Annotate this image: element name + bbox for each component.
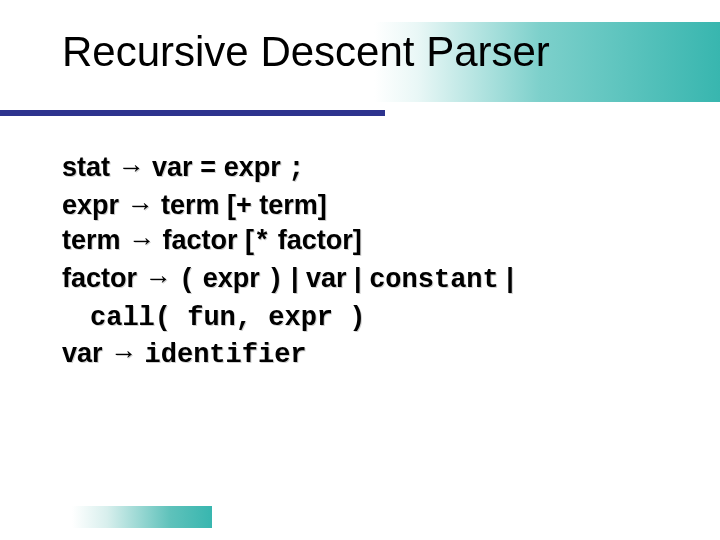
text: factor] xyxy=(270,225,362,255)
text: expr xyxy=(216,152,288,182)
text: expr xyxy=(195,263,267,293)
footer-accent xyxy=(72,506,212,528)
grammar-line-3: term → factor [* factor] xyxy=(62,223,662,261)
semicolon-token: ; xyxy=(288,154,304,184)
grammar-line-2: expr → term [+ term] xyxy=(62,188,662,224)
constant-token: constant xyxy=(369,265,499,295)
text: | xyxy=(499,263,514,293)
lparen-token: ( xyxy=(179,265,195,295)
text: factor → xyxy=(62,263,179,293)
grammar-line-5: call( fun, expr ) xyxy=(62,299,662,337)
grammar-block: stat → var = expr ; expr → term [+ term]… xyxy=(62,150,662,374)
grammar-line-4: factor → ( expr ) | var | constant | xyxy=(62,261,662,299)
star-token: * xyxy=(254,227,270,257)
text: term → factor [ xyxy=(62,225,254,255)
equals-token: = xyxy=(200,154,216,184)
text: stat → var xyxy=(62,152,200,182)
slide: Recursive Descent Parser stat → var = ex… xyxy=(0,0,720,540)
text: var → xyxy=(62,338,145,368)
slide-title: Recursive Descent Parser xyxy=(62,28,550,76)
title-underline xyxy=(0,110,385,116)
grammar-line-1: stat → var = expr ; xyxy=(62,150,662,188)
grammar-line-6: var → identifier xyxy=(62,336,662,374)
identifier-token: identifier xyxy=(145,340,307,370)
text: | var | xyxy=(283,263,369,293)
call-token: call( fun, expr ) xyxy=(90,303,365,333)
rparen-token: ) xyxy=(267,265,283,295)
